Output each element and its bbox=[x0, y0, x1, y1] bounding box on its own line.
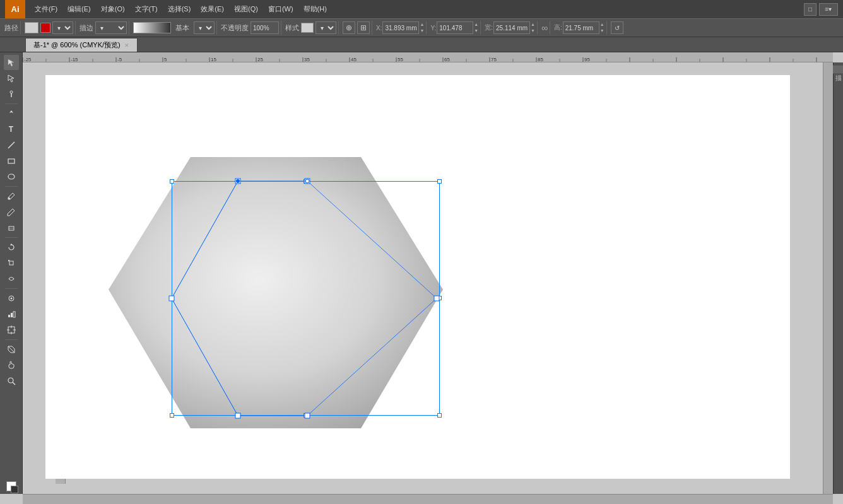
transform-icons-section: ⊕ ⊞ bbox=[341, 21, 372, 35]
svg-point-53 bbox=[8, 174, 15, 179]
x-down-arrow[interactable]: ▼ bbox=[420, 28, 424, 34]
magic-wand-tool[interactable] bbox=[4, 86, 19, 102]
stroke-style-dropdown[interactable]: ▾ bbox=[194, 21, 215, 34]
w-down-arrow[interactable]: ▼ bbox=[531, 28, 535, 34]
svg-marker-92 bbox=[109, 157, 443, 428]
height-input[interactable] bbox=[563, 21, 599, 34]
transform-icon1[interactable]: ⊕ bbox=[343, 21, 355, 34]
link-proportions-icon[interactable]: ∞ bbox=[541, 23, 548, 33]
y-down-arrow[interactable]: ▼ bbox=[474, 28, 478, 34]
toolbar: 路径 ▾ 描边 ▾ 基本 ▾ 不透明度 样式 ▾ ⊕ ⊞ bbox=[0, 18, 843, 37]
line-tool[interactable] bbox=[4, 138, 19, 153]
svg-text:35: 35 bbox=[304, 57, 310, 62]
style-dropdown[interactable]: ▾ bbox=[315, 21, 336, 34]
canvas-area[interactable] bbox=[33, 62, 833, 494]
horizontal-ruler: -25 -15 -5 5 15 25 35 45 55 bbox=[23, 52, 833, 62]
menu-file[interactable]: 文件(F) bbox=[30, 3, 62, 15]
svg-text:75: 75 bbox=[491, 57, 497, 62]
zoom-tool[interactable] bbox=[4, 373, 19, 389]
menu-edit[interactable]: 编辑(E) bbox=[63, 3, 95, 15]
fill-color-box[interactable] bbox=[6, 481, 16, 491]
fill-swatch[interactable] bbox=[25, 22, 38, 33]
hand-tool[interactable] bbox=[4, 358, 19, 373]
menu-text[interactable]: 文字(T) bbox=[131, 3, 162, 15]
tool-separator-5 bbox=[5, 339, 18, 340]
h-up-arrow[interactable]: ▲ bbox=[600, 21, 604, 28]
eraser-tool[interactable] bbox=[4, 220, 19, 235]
path-label: 路径 bbox=[4, 23, 18, 33]
artboard-tool[interactable] bbox=[4, 322, 19, 337]
selection-tool[interactable] bbox=[4, 55, 19, 70]
h-down-arrow[interactable]: ▼ bbox=[600, 28, 604, 34]
stroke-basic-label: 基本 bbox=[173, 23, 192, 33]
slice-tool[interactable] bbox=[4, 342, 19, 357]
paintbrush-tool[interactable] bbox=[4, 189, 19, 204]
svg-text:-25: -25 bbox=[24, 57, 32, 62]
y-input[interactable] bbox=[437, 21, 473, 34]
right-panel-tab-1[interactable]: 描 bbox=[832, 65, 844, 74]
menu-window[interactable]: 窗口(W) bbox=[264, 3, 298, 15]
x-up-arrow[interactable]: ▲ bbox=[420, 21, 424, 28]
svg-line-71 bbox=[13, 382, 15, 385]
tool-separator-2 bbox=[5, 186, 18, 187]
stroke-dropdown[interactable]: ▾ bbox=[95, 21, 127, 34]
stroke-section: 描边 ▾ bbox=[78, 21, 129, 35]
svg-rect-58 bbox=[9, 261, 13, 265]
graph-tool[interactable] bbox=[4, 307, 19, 322]
rotate-tool[interactable] bbox=[4, 240, 19, 255]
width-label: 宽: bbox=[485, 23, 493, 32]
pen-tool[interactable] bbox=[4, 106, 19, 121]
svg-text:25: 25 bbox=[257, 57, 263, 62]
svg-rect-62 bbox=[11, 313, 13, 317]
x-coord-section: X: ▲ ▼ bbox=[374, 21, 427, 35]
svg-text:-15: -15 bbox=[71, 57, 78, 62]
reset-transform-button[interactable]: ↺ bbox=[611, 21, 623, 34]
menu-help[interactable]: 帮助(H) bbox=[299, 3, 331, 15]
menu-object[interactable]: 对象(O) bbox=[97, 3, 129, 15]
symbol-sprayer-tool[interactable] bbox=[4, 291, 19, 306]
pencil-tool[interactable] bbox=[4, 204, 19, 220]
rectangle-tool[interactable] bbox=[4, 153, 19, 168]
right-panel: 描 bbox=[833, 62, 843, 494]
path-section: 路径 bbox=[3, 21, 21, 35]
width-input[interactable] bbox=[493, 21, 530, 34]
svg-text:95: 95 bbox=[584, 57, 590, 62]
style-swatch[interactable] bbox=[301, 23, 314, 33]
svg-text:65: 65 bbox=[444, 57, 450, 62]
width-section: 宽: ▲ ▼ bbox=[483, 21, 538, 35]
opacity-section: 不透明度 bbox=[219, 21, 281, 35]
x-input[interactable] bbox=[382, 21, 419, 34]
warp-tool[interactable] bbox=[4, 271, 19, 286]
fill-section: ▾ bbox=[23, 21, 76, 35]
workspace-icon[interactable]: ≡▾ bbox=[819, 3, 838, 16]
transform-icon2[interactable]: ⊞ bbox=[357, 21, 370, 34]
bottom-scrollbar[interactable] bbox=[23, 494, 833, 504]
direct-selection-tool[interactable] bbox=[4, 71, 19, 86]
scale-tool[interactable] bbox=[4, 255, 19, 271]
ellipse-tool[interactable] bbox=[4, 169, 19, 184]
options-icon[interactable]: □ bbox=[804, 3, 816, 16]
stroke-weight-section: 基本 ▾ bbox=[131, 21, 217, 35]
document-tab[interactable]: 基-1* @ 600% (CMYK/预览) ✕ bbox=[25, 38, 138, 52]
opacity-input[interactable] bbox=[251, 21, 279, 34]
menu-select[interactable]: 选择(S) bbox=[163, 3, 196, 15]
x-arrows: ▲ ▼ bbox=[420, 21, 424, 34]
fill-dropdown[interactable]: ▾ bbox=[52, 21, 73, 34]
stroke-indicator[interactable] bbox=[40, 23, 50, 33]
svg-text:45: 45 bbox=[351, 57, 357, 62]
svg-point-60 bbox=[10, 298, 12, 300]
reset-section: ↺ bbox=[609, 21, 625, 35]
w-up-arrow[interactable]: ▲ bbox=[531, 21, 535, 28]
y-up-arrow[interactable]: ▲ bbox=[474, 21, 478, 28]
hexagon-svg bbox=[109, 138, 443, 454]
x-label: X: bbox=[376, 25, 382, 32]
svg-line-51 bbox=[8, 142, 15, 148]
menu-effect[interactable]: 效果(E) bbox=[196, 3, 228, 15]
svg-text:85: 85 bbox=[538, 57, 543, 62]
right-scrollbar[interactable] bbox=[823, 62, 833, 494]
svg-text:-5: -5 bbox=[117, 57, 122, 62]
type-tool[interactable]: T bbox=[4, 122, 19, 137]
menu-view[interactable]: 视图(Q) bbox=[230, 3, 262, 15]
svg-text:15: 15 bbox=[211, 57, 216, 62]
tab-close-button[interactable]: ✕ bbox=[124, 42, 129, 49]
